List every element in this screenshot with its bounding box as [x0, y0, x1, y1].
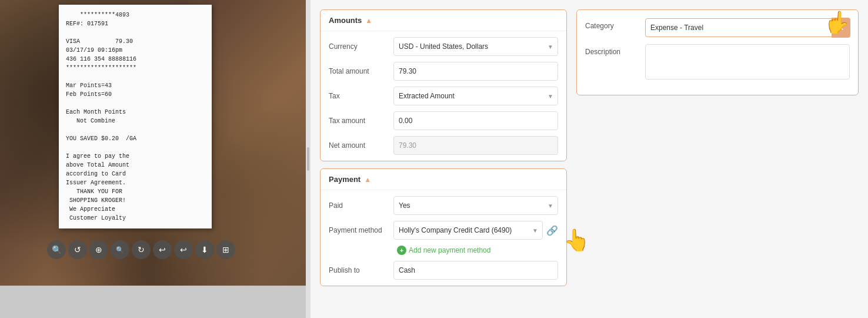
publish-to-control	[393, 261, 558, 280]
flip-button[interactable]: ↩	[174, 240, 193, 259]
payment-section-body: Paid Yes No ▼ Payment method	[321, 190, 566, 286]
net-amount-input	[393, 136, 558, 155]
receipt-line: above Total Amount	[66, 161, 205, 170]
image-toolbar: 🔍 ↺ ⊕ 🔍 ↻ ↩ ↩ ⬇ ⊞	[47, 240, 235, 259]
receipt-line: 03/17/19 09:16pm	[66, 46, 205, 55]
payment-method-select[interactable]: Holly's Company Credit Card (6490)	[393, 221, 543, 240]
receipt-line: REF#: 017591	[66, 19, 205, 28]
zoom-in-button[interactable]: 🔍	[47, 240, 66, 259]
category-field-label: Category	[585, 18, 638, 30]
amounts-section-header: Amounts ▲	[321, 10, 566, 31]
paid-select-wrapper: Yes No ▼	[393, 196, 558, 215]
receipt-paper: **********4893REF#: 017591 VISA 79.3003/…	[59, 5, 212, 228]
grid-button[interactable]: ⊞	[216, 240, 235, 259]
category-close-button[interactable]: ✕	[832, 18, 850, 38]
add-payment-method-row[interactable]: + Add new payment method	[397, 246, 558, 255]
link-icon[interactable]: 🔗	[546, 225, 558, 236]
receipt-line: SHOPPING KROGER!	[66, 196, 205, 205]
publish-to-label: Publish to	[329, 266, 393, 274]
description-row: Description	[585, 44, 850, 80]
tax-amount-label: Tax amount	[329, 117, 393, 125]
tax-amount-row: Tax amount	[329, 111, 558, 130]
currency-row: Currency USD - United States, Dollars ▼	[329, 37, 558, 56]
category-section-box: Category Expense - Travel ✕ Description	[576, 9, 859, 95]
category-select-wrapper: Expense - Travel ✕	[645, 18, 850, 37]
category-row: Category Expense - Travel ✕	[585, 18, 850, 37]
net-amount-control	[393, 136, 558, 155]
net-amount-label: Net amount	[329, 141, 393, 150]
tax-amount-input[interactable]	[393, 111, 558, 130]
receipt-line	[66, 143, 205, 152]
tax-row: Tax Extracted Amount ▼	[329, 87, 558, 105]
paid-row: Paid Yes No ▼	[329, 196, 558, 215]
receipt-line: **********4893	[66, 11, 205, 19]
amounts-label: Amounts	[329, 16, 362, 25]
amounts-section: Amounts ▲ Currency USD - United States, …	[320, 9, 567, 161]
receipt-line	[66, 125, 205, 134]
total-amount-input[interactable]	[393, 62, 558, 81]
receipt-line: Customer Loyalty	[66, 214, 205, 223]
tax-select[interactable]: Extracted Amount	[393, 87, 558, 105]
total-amount-control	[393, 62, 558, 81]
currency-label: Currency	[329, 42, 393, 51]
total-amount-row: Total amount	[329, 62, 558, 81]
receipt-line: I agree to pay the	[66, 152, 205, 161]
payment-method-with-icon: Holly's Company Credit Card (6490) ▼ 🔗	[393, 221, 558, 240]
receipt-line	[66, 28, 205, 37]
add-payment-label: Add new payment method	[409, 246, 490, 254]
receipt-line: Mar Points=43	[66, 81, 205, 90]
download-button[interactable]: ⬇	[195, 240, 214, 259]
receipt-line: Each Month Points	[66, 108, 205, 117]
receipt-line	[66, 99, 205, 108]
paid-select[interactable]: Yes No	[393, 196, 558, 215]
receipt-line: 436 116 354 88888116	[66, 55, 205, 64]
tax-control: Extracted Amount ▼	[393, 87, 558, 105]
net-amount-row: Net amount	[329, 136, 558, 155]
payment-label: Payment	[329, 175, 360, 184]
payment-method-control: Holly's Company Credit Card (6490) ▼ 🔗	[393, 221, 558, 240]
receipt-line: THANK YOU FOR	[66, 187, 205, 196]
panel-divider[interactable]	[306, 0, 311, 318]
payment-method-label: Payment method	[329, 226, 393, 234]
paid-control: Yes No ▼	[393, 196, 558, 215]
receipt-line: We Appreciate	[66, 205, 205, 214]
receipt-line: Not Combine	[66, 117, 205, 125]
receipt-line: Issuer Agreement.	[66, 178, 205, 187]
tax-amount-control	[393, 111, 558, 130]
payment-method-row: Payment method Holly's Company Credit Ca…	[329, 221, 558, 240]
rotate-right-button[interactable]: ↻	[132, 240, 151, 259]
add-payment-plus-icon: +	[397, 246, 406, 255]
payment-section-header: Payment ▲	[321, 169, 566, 190]
publish-to-input[interactable]	[393, 261, 558, 280]
receipt-panel: **********4893REF#: 017591 VISA 79.3003/…	[0, 0, 306, 318]
category-panel: Category Expense - Travel ✕ Description	[576, 9, 859, 309]
receipt-line: YOU SAVED $0.20 /GA	[66, 134, 205, 143]
receipt-line: according to Card	[66, 170, 205, 178]
receipt-line: VISA 79.30	[66, 37, 205, 46]
currency-control: USD - United States, Dollars ▼	[393, 37, 558, 56]
currency-select-wrapper: USD - United States, Dollars ▼	[393, 37, 558, 56]
description-field-label: Description	[585, 44, 638, 56]
payment-method-select-wrapper: Holly's Company Credit Card (6490) ▼	[393, 221, 543, 240]
paid-label: Paid	[329, 201, 393, 210]
form-panel: Amounts ▲ Currency USD - United States, …	[320, 9, 567, 309]
reset-button[interactable]: ↺	[68, 240, 87, 259]
tax-select-wrapper: Extracted Amount ▼	[393, 87, 558, 105]
rotate-left-button[interactable]: ↩	[153, 240, 172, 259]
receipt-line: Feb Points=60	[66, 90, 205, 99]
description-textarea[interactable]	[645, 44, 850, 80]
total-amount-label: Total amount	[329, 67, 393, 75]
zoom-fit-button[interactable]: ⊕	[89, 240, 108, 259]
tax-label: Tax	[329, 92, 393, 100]
zoom-out-button[interactable]: 🔍	[111, 240, 129, 259]
divider-handle	[307, 147, 309, 171]
amounts-section-body: Currency USD - United States, Dollars ▼ …	[321, 31, 566, 161]
publish-to-row: Publish to	[329, 261, 558, 280]
receipt-line: ********************	[66, 64, 205, 72]
right-container: Amounts ▲ Currency USD - United States, …	[311, 0, 868, 318]
receipt-bottom-bar	[0, 286, 306, 318]
currency-select[interactable]: USD - United States, Dollars	[393, 37, 558, 56]
payment-chevron-icon: ▲	[364, 175, 371, 184]
amounts-chevron-icon: ▲	[365, 16, 372, 25]
category-select[interactable]: Expense - Travel	[645, 18, 850, 37]
